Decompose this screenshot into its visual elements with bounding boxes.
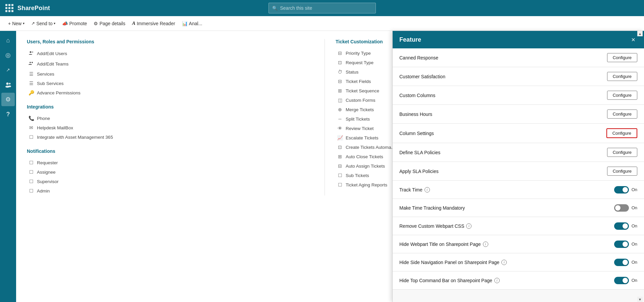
hide-top-command-bar-toggle-label: On	[632, 278, 637, 283]
svg-point-2	[9, 83, 11, 85]
menu-item-add-edit-users[interactable]: Add/Edit Users	[27, 48, 325, 59]
menu-item-assignee[interactable]: ☐ Assignee	[27, 167, 325, 177]
left-column: Users, Roles and Permissions Add/Edit Us…	[27, 39, 325, 196]
search-input[interactable]	[280, 5, 372, 11]
hide-side-nav-toggle-track	[614, 259, 629, 266]
svg-point-3	[8, 86, 11, 87]
scroll-up-arrow[interactable]: ▲	[637, 31, 643, 36]
sidebar-item-chat[interactable]: ◎	[1, 48, 15, 62]
ticket-sequence-icon: ⊞	[337, 88, 343, 93]
svg-point-6	[30, 62, 31, 63]
track-time-toggle[interactable]	[614, 186, 629, 193]
split-tickets-icon: ↔	[337, 116, 343, 122]
hide-webpart-title-toggle[interactable]	[614, 241, 629, 248]
scroll-down-arrow[interactable]: ▼	[637, 297, 643, 302]
promote-button[interactable]: 📣 Promote	[59, 19, 90, 28]
sub-services-label: Sub Services	[37, 81, 64, 86]
track-time-name: Track Time i	[399, 187, 430, 192]
auto-close-tickets-label: Auto Close Tickets	[346, 154, 383, 159]
page-details-button[interactable]: ⚙ Page details	[91, 19, 128, 28]
business-hours-name: Business Hours	[399, 112, 432, 117]
ticket-aging-reports-icon: ☐	[337, 182, 343, 187]
new-button[interactable]: + New ▾	[5, 19, 27, 28]
create-tickets-auto-label: Create Tickets Automa...	[346, 145, 395, 150]
users-section-title: Users, Roles and Permissions	[27, 39, 325, 44]
request-type-icon: ⊡	[337, 60, 343, 65]
send-to-button[interactable]: ↗ Send to ▾	[29, 19, 58, 28]
app-launcher[interactable]	[5, 4, 13, 12]
feature-row-hide-top-command-bar: Hide Top Command Bar on Sharepoint Page …	[393, 271, 644, 290]
requester-label: Requester	[37, 160, 58, 165]
auto-assign-tickets-icon: ⊟	[337, 163, 343, 169]
hide-top-command-bar-toggle[interactable]	[614, 277, 629, 284]
feature-row-apply-sla: Apply SLA Policies Configure	[393, 162, 644, 181]
feature-panel: Feature × ▲ Canned Response Configure Cu…	[392, 31, 644, 302]
track-time-toggle-label: On	[632, 187, 637, 192]
send-to-label: Send to	[36, 21, 52, 26]
priority-type-icon: ⊟	[337, 50, 343, 56]
sidebar-item-analytics[interactable]: ↗	[1, 63, 15, 77]
hide-side-nav-toggle-thumb	[623, 260, 628, 265]
remove-webpart-css-info-icon[interactable]: i	[466, 223, 472, 229]
search-box[interactable]: 🔍	[268, 3, 376, 13]
custom-columns-configure-btn[interactable]: Configure	[607, 91, 637, 100]
hide-side-nav-info-icon[interactable]: i	[501, 260, 507, 265]
assignee-label: Assignee	[37, 170, 56, 175]
canned-response-configure-btn[interactable]: Configure	[607, 53, 637, 62]
ticket-fields-icon: ⊟	[337, 79, 343, 84]
hide-top-command-bar-info-icon[interactable]: i	[494, 278, 500, 283]
menu-item-admin[interactable]: ☐ Admin	[27, 186, 325, 196]
feature-row-customer-satisfaction: Customer Satisfaction Configure	[393, 67, 644, 86]
request-type-label: Request Type	[346, 60, 374, 65]
integrations-section-title: Integrations	[27, 104, 325, 110]
track-time-info-icon[interactable]: i	[425, 187, 430, 192]
make-time-tracking-toggle-thumb	[615, 205, 621, 211]
menu-item-requester[interactable]: ☐ Requester	[27, 158, 325, 167]
remove-webpart-css-toggle[interactable]	[614, 222, 629, 230]
side-nav: ⌂ ◎ ↗ ⚙ ?	[0, 31, 16, 302]
apply-sla-name: Apply SLA Policies	[399, 169, 439, 174]
sidebar-item-home[interactable]: ⌂	[1, 34, 15, 47]
menu-item-advance-permissions[interactable]: 🔑 Advance Permissions	[27, 88, 325, 97]
menu-item-supervisor[interactable]: ☐ Supervisor	[27, 177, 325, 186]
promote-label: Promote	[69, 21, 87, 26]
immersive-reader-button[interactable]: A Immersive Reader	[129, 19, 178, 28]
menu-item-services[interactable]: ☰ Services	[27, 69, 325, 79]
asset-management-icon: ☐	[28, 134, 34, 140]
hide-webpart-title-toggle-container: On	[614, 241, 637, 248]
merge-tickets-icon: ⊕	[337, 107, 343, 112]
top-bar: SharePoint 🔍	[0, 0, 644, 16]
menu-item-add-edit-teams[interactable]: Add/Edit Teams	[27, 59, 325, 69]
menu-item-sub-services[interactable]: ☰ Sub Services	[27, 79, 325, 88]
sidebar-item-users[interactable]	[1, 78, 15, 91]
helpdesk-mailbox-icon: ✉	[28, 125, 34, 130]
menu-item-helpdesk-mailbox[interactable]: ✉ Helpdesk MailBox	[27, 123, 325, 132]
send-to-icon: ↗	[31, 21, 35, 26]
sidebar-item-settings[interactable]: ⚙	[1, 93, 15, 106]
hide-top-command-bar-toggle-track	[614, 277, 629, 284]
sharepoint-logo: SharePoint	[17, 5, 50, 12]
asset-management-label: Integrate with Asset Management 365	[37, 135, 113, 140]
hide-top-command-bar-toggle-container: On	[614, 277, 637, 284]
column-settings-configure-btn[interactable]: Configure	[606, 128, 637, 138]
sub-tickets-icon: ☐	[337, 173, 343, 178]
analytics-button[interactable]: 📊 Anal...	[179, 19, 205, 28]
sidebar-item-help[interactable]: ?	[1, 107, 15, 121]
auto-close-tickets-icon: ⊞	[337, 154, 343, 159]
define-sla-configure-btn[interactable]: Configure	[607, 148, 637, 157]
menu-item-asset-management[interactable]: ☐ Integrate with Asset Management 365	[27, 132, 325, 142]
make-time-tracking-mandatory-name: Make Time Tracking Mandatory	[399, 205, 465, 211]
customer-satisfaction-configure-btn[interactable]: Configure	[607, 72, 637, 81]
hide-side-nav-toggle[interactable]	[614, 259, 629, 266]
apply-sla-configure-btn[interactable]: Configure	[607, 167, 637, 176]
command-bar: + New ▾ ↗ Send to ▾ 📣 Promote ⚙ Page det…	[0, 16, 644, 31]
menu-item-phone[interactable]: 📞 Phone	[27, 114, 325, 123]
business-hours-configure-btn[interactable]: Configure	[607, 110, 637, 119]
hide-webpart-title-toggle-track	[614, 241, 629, 248]
close-button[interactable]: ×	[629, 36, 637, 44]
hide-webpart-title-info-icon[interactable]: i	[483, 242, 488, 247]
make-time-tracking-toggle[interactable]	[614, 204, 629, 212]
remove-custom-webpart-css-name: Remove Custom Webpart CSS i	[399, 223, 472, 229]
remove-webpart-css-toggle-thumb	[623, 223, 628, 229]
remove-webpart-css-toggle-track	[614, 222, 629, 230]
